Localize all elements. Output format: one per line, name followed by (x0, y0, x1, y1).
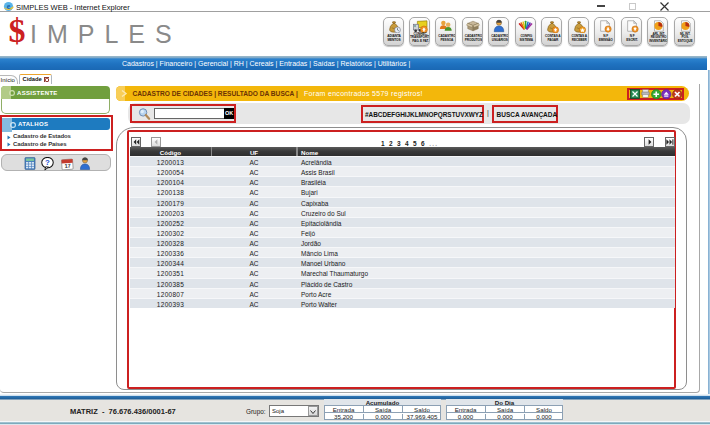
svg-text:e: e (7, 2, 11, 11)
svg-text:17: 17 (64, 162, 71, 168)
svg-text:?: ? (45, 158, 50, 167)
